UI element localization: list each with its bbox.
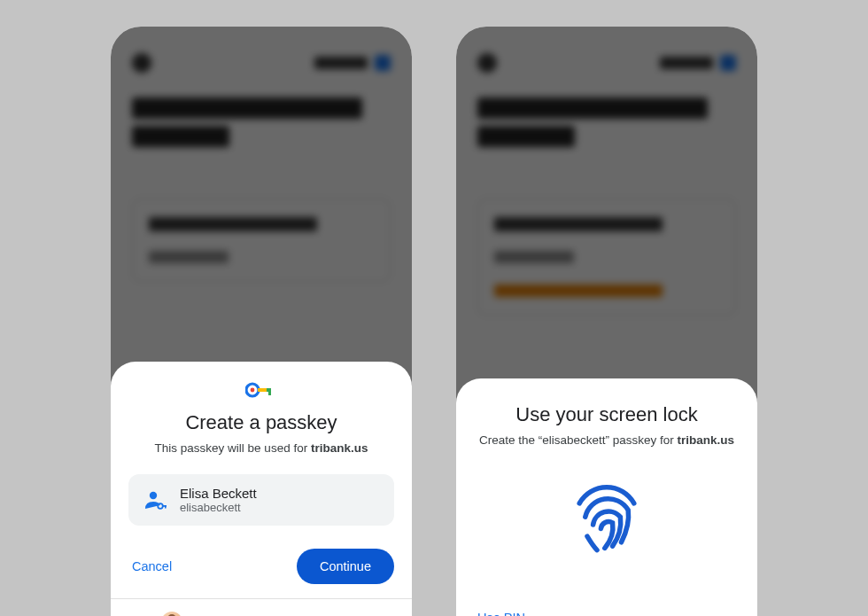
button-row: Cancel Continue xyxy=(128,549,394,584)
subtitle-domain: tribank.us xyxy=(678,433,735,447)
svg-point-5 xyxy=(150,492,157,499)
account-name: Elisa Beckett xyxy=(180,486,257,501)
use-pin-button[interactable]: Use PIN xyxy=(477,611,525,616)
subtitle-domain: tribank.us xyxy=(311,441,368,455)
subtitle-prefix: This passkey will be used for xyxy=(155,441,311,455)
passkey-create-sheet: Create a passkey This passkey will be us… xyxy=(111,362,412,616)
svg-point-1 xyxy=(251,388,255,393)
account-username: elisabeckett xyxy=(180,501,257,514)
sheet-subtitle: This passkey will be used for tribank.us xyxy=(128,441,394,455)
sheet-subtitle: Create the “elisabeckett” passkey for tr… xyxy=(474,433,740,447)
phone-left: Create a passkey This passkey will be us… xyxy=(111,27,412,616)
svg-point-6 xyxy=(158,503,163,509)
screen-lock-sheet: Use your screen lock Create the “elisabe… xyxy=(456,378,757,616)
use-pin-row: Use PIN xyxy=(474,599,740,616)
passkey-key-icon xyxy=(128,381,394,399)
account-card[interactable]: Elisa Beckett elisabeckett xyxy=(128,474,394,526)
sheet-title: Create a passkey xyxy=(128,411,394,434)
person-key-icon xyxy=(143,489,167,511)
fingerprint-icon[interactable] xyxy=(474,466,740,564)
sheet-title: Use your screen lock xyxy=(474,403,740,426)
svg-rect-8 xyxy=(165,505,167,509)
svg-rect-4 xyxy=(268,391,271,395)
avatar xyxy=(161,612,182,616)
phone-right: Use your screen lock Create the “elisabe… xyxy=(456,27,757,616)
cancel-button[interactable]: Cancel xyxy=(128,552,175,581)
subtitle-middle: ” passkey for xyxy=(606,433,678,447)
subtitle-prefix: Create the “ xyxy=(479,433,542,447)
continue-button[interactable]: Continue xyxy=(297,549,394,584)
subtitle-username: elisabeckett xyxy=(542,433,605,447)
footer-account-selector[interactable]: elisa.g.beckett@gmail.com xyxy=(128,599,394,616)
account-text: Elisa Beckett elisabeckett xyxy=(180,486,257,514)
